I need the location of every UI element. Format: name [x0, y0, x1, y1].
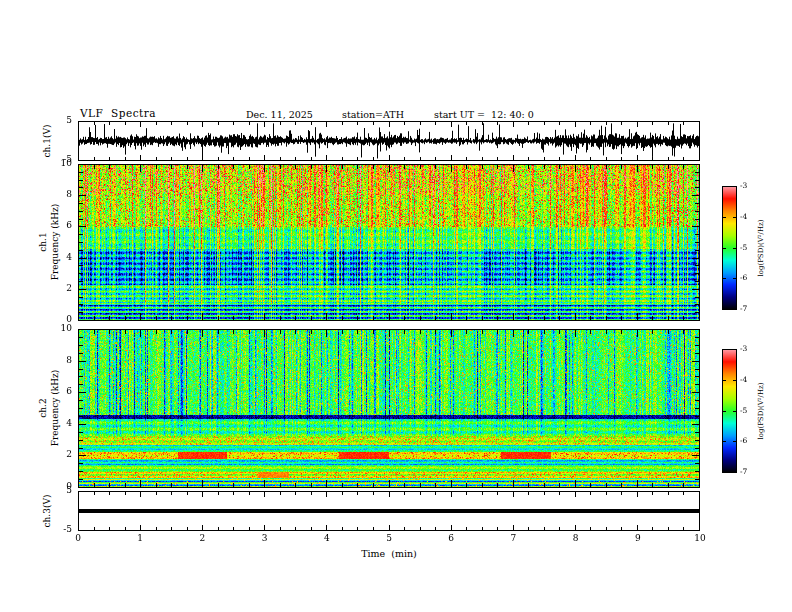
ch2-frequency-tick-label: 6	[46, 386, 72, 396]
vlf-spectra-figure: VLF Spectra Dec. 11, 2025 station=ATH st…	[0, 0, 792, 612]
x-tick-label: 9	[628, 533, 648, 543]
x-tick-label: 5	[379, 533, 399, 543]
x-tick-label: 8	[566, 533, 586, 543]
x-tick-label: 1	[130, 533, 150, 543]
x-tick-label: 10	[690, 533, 710, 543]
ch1-frequency-tick-label: 4	[46, 252, 72, 262]
ch1-frequency-tick-label: 8	[46, 189, 72, 199]
x-tick-label: 4	[317, 533, 337, 543]
colorbar1-tick-label: -7	[740, 304, 747, 313]
colorbar1-tick-label: -4	[740, 212, 747, 221]
colorbar2-tick-label: -3	[740, 344, 747, 353]
colorbar1-tick-label: -3	[740, 181, 747, 190]
colorbar2-tick-label: -5	[740, 406, 747, 415]
colorbar1-tick-label: -5	[740, 243, 747, 252]
ch3-voltage-tick-label: 5	[46, 485, 72, 495]
ch1-voltage-tick-label: -5	[46, 154, 72, 164]
x-tick-label: 0	[68, 533, 88, 543]
ch3-voltage-tick-label: -5	[46, 524, 72, 534]
tick-labels-layer: 012345678910024681002468105-55-5-3-4-5-6…	[0, 0, 792, 612]
x-tick-label: 2	[192, 533, 212, 543]
ch1-voltage-tick-label: 5	[46, 115, 72, 125]
x-tick-label: 3	[255, 533, 275, 543]
ch2-frequency-tick-label: 10	[46, 323, 72, 333]
colorbar2-tick-label: -6	[740, 436, 747, 445]
colorbar2-tick-label: -4	[740, 375, 747, 384]
ch2-frequency-tick-label: 2	[46, 449, 72, 459]
ch1-frequency-tick-label: 6	[46, 220, 72, 230]
ch1-frequency-tick-label: 2	[46, 283, 72, 293]
x-tick-label: 7	[503, 533, 523, 543]
colorbar2-tick-label: -7	[740, 467, 747, 476]
ch2-frequency-tick-label: 8	[46, 355, 72, 365]
colorbar1-tick-label: -6	[740, 273, 747, 282]
x-tick-label: 6	[441, 533, 461, 543]
ch2-frequency-tick-label: 4	[46, 418, 72, 428]
